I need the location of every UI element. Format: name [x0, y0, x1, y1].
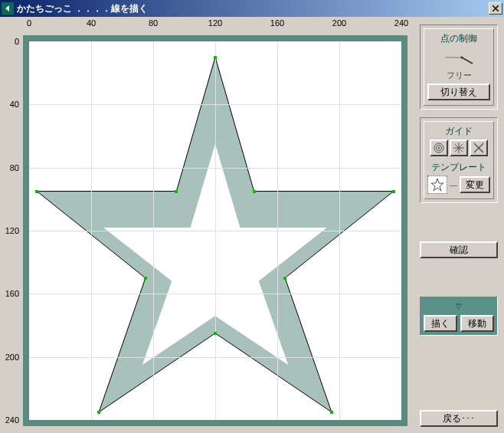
- guide-template-panel: ガイド テンプレート: [420, 117, 498, 203]
- guide-radial-icon[interactable]: [450, 139, 468, 156]
- confirm-button[interactable]: 確認: [420, 241, 498, 258]
- guide-title: ガイド: [427, 125, 490, 138]
- vertex-handle[interactable]: [214, 56, 217, 59]
- svg-point-8: [438, 147, 440, 149]
- guide-cross-icon[interactable]: [470, 139, 488, 156]
- guide-concentric-icon[interactable]: [430, 139, 448, 156]
- client-area: 04080120160200240 04080120160200240 点の制御: [0, 17, 504, 433]
- canvas-area: 04080120160200240 04080120160200240: [0, 17, 415, 433]
- svg-marker-15: [431, 179, 443, 191]
- point-control-panel: 点の制御 フリー 切り替え: [420, 25, 498, 110]
- vertex-handle[interactable]: [97, 411, 100, 414]
- side-panel: 点の制御 フリー 切り替え ガイド: [415, 17, 504, 433]
- template-change-button[interactable]: 変更: [460, 176, 490, 193]
- vertex-handle[interactable]: [214, 332, 217, 335]
- vertex-handle[interactable]: [330, 411, 333, 414]
- template-dash: —: [450, 181, 457, 189]
- template-title: テンプレート: [427, 161, 490, 174]
- guide-icon-row: [427, 139, 490, 156]
- vertex-handle[interactable]: [175, 190, 178, 193]
- toggle-button[interactable]: 切り替え: [427, 84, 490, 100]
- close-button[interactable]: [489, 2, 502, 15]
- ruler-horizontal: 04080120160200240: [23, 18, 407, 35]
- vertex-handle[interactable]: [253, 190, 256, 193]
- app-icon: [2, 2, 14, 15]
- draw-indicator-icon: ▽: [424, 300, 494, 312]
- draw-move-panel: ▽ 描く 移動: [420, 297, 498, 336]
- template-row: — 変更: [427, 175, 490, 194]
- svg-line-4: [462, 57, 473, 64]
- titlebar: かたちごっこ ．．．．線を描く: [0, 0, 504, 17]
- point-control-preview: [427, 47, 490, 68]
- draw-button[interactable]: 描く: [424, 315, 457, 332]
- svg-marker-0: [5, 5, 9, 11]
- window-title: かたちごっこ ．．．．線を描く: [17, 2, 489, 15]
- drawing-canvas[interactable]: [29, 41, 401, 420]
- vertex-handle[interactable]: [392, 190, 395, 193]
- ruler-vertical: 04080120160200240: [0, 35, 23, 426]
- point-control-mode: フリー: [427, 70, 490, 81]
- vertex-handle[interactable]: [283, 277, 286, 280]
- back-button[interactable]: 戻る･･･: [420, 410, 498, 427]
- vertex-handle[interactable]: [35, 190, 38, 193]
- svg-point-5: [461, 57, 463, 59]
- canvas-frame: [23, 35, 407, 426]
- move-button[interactable]: 移動: [460, 315, 494, 332]
- vertex-handle[interactable]: [144, 277, 147, 280]
- point-control-title: 点の制御: [427, 32, 490, 45]
- template-star-icon[interactable]: [427, 175, 447, 194]
